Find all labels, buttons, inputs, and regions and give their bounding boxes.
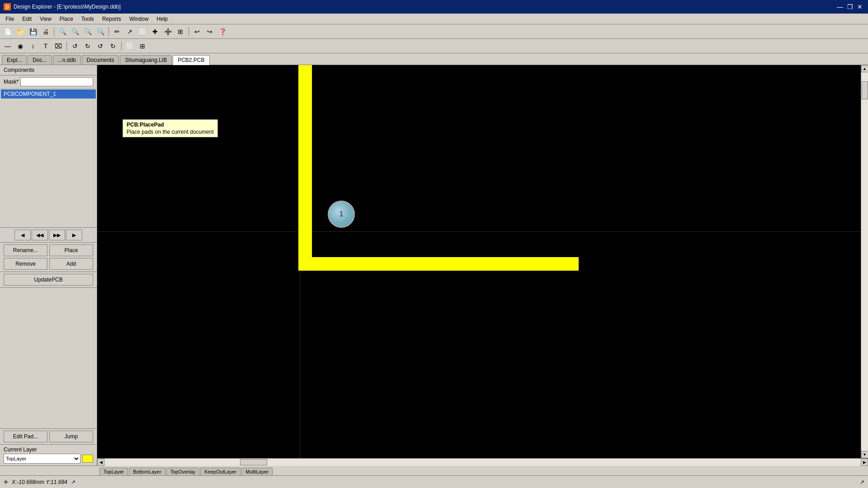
pcb-trace-horizontal: [298, 257, 579, 271]
update-pcb-button[interactable]: UpdatePCB: [4, 274, 93, 286]
layer-dropdown[interactable]: TopLayer BottomLayer TopOverlay KeepOutL…: [4, 454, 80, 464]
open-button[interactable]: 📁: [14, 26, 26, 38]
close-button[interactable]: ✕: [855, 2, 864, 11]
tb2-btn6[interactable]: ↺: [69, 40, 81, 52]
crosshair-horizontal: [97, 231, 861, 232]
cursor-icon: ✛: [4, 479, 8, 485]
remove-button[interactable]: Remove: [4, 258, 47, 270]
draw-button[interactable]: ✏: [111, 26, 123, 38]
scroll-track-horizontal[interactable]: [104, 459, 861, 466]
title-bar-left: D Design Explorer - [E:\protess\MyDesign…: [4, 3, 121, 10]
redo-button[interactable]: ↪: [204, 26, 216, 38]
tab-ddb[interactable]: ...n.ddb: [53, 55, 81, 65]
place-button[interactable]: Place: [49, 244, 93, 256]
layer-tab-toplayer[interactable]: TopLayer: [99, 468, 128, 475]
title-bar-controls: — ❐ ✕: [835, 2, 864, 11]
menu-reports[interactable]: Reports: [99, 15, 125, 23]
update-pcb-row: UpdatePCB: [0, 272, 97, 287]
save-button[interactable]: 💾: [27, 26, 39, 38]
mask-input-row: Mask*: [0, 75, 97, 89]
menu-tools[interactable]: Tools: [78, 15, 98, 23]
tab-bar: Expl... Doc... ...n.ddb Documents Shumag…: [0, 53, 868, 65]
new-button[interactable]: 📄: [2, 26, 14, 38]
prev-page-button[interactable]: ◀◀: [32, 230, 48, 240]
rename-button[interactable]: Rename...: [4, 244, 47, 256]
tb2-btn5[interactable]: ⌧: [52, 40, 64, 52]
first-page-button[interactable]: ◀: [14, 230, 31, 240]
rect-button[interactable]: ⬜: [137, 26, 148, 38]
minimize-button[interactable]: —: [835, 2, 844, 11]
layer-tab-bottomlayer[interactable]: BottomLayer: [129, 468, 165, 475]
separator2: [108, 27, 109, 36]
scroll-track-vertical[interactable]: [861, 72, 868, 451]
layer-tabs-bar: TopLayer BottomLayer TopOverlay KeepOutL…: [0, 465, 868, 475]
layer-tab-keepoutlayer[interactable]: KeepOutLayer: [200, 468, 241, 475]
scroll-thumb-horizontal[interactable]: [240, 459, 267, 465]
main-layout: Components Mask* PCBCOMPONENT_1 ◀ ◀◀ ▶▶ …: [0, 65, 868, 465]
canvas-main: 1 PCB:PlacePad Place pads on the current…: [97, 65, 868, 458]
tb2-btn1[interactable]: —: [2, 40, 14, 52]
add-button[interactable]: Add: [49, 258, 93, 270]
scroll-right-arrow[interactable]: ▶: [861, 459, 868, 466]
current-layer-control: TopLayer BottomLayer TopOverlay KeepOutL…: [4, 454, 93, 464]
menu-file[interactable]: File: [2, 15, 18, 23]
layer-color-box: [82, 455, 93, 463]
menu-view[interactable]: View: [36, 15, 55, 23]
menu-place[interactable]: Place: [56, 15, 77, 23]
tb2-btn7[interactable]: ↻: [82, 40, 94, 52]
scroll-up-arrow[interactable]: ▲: [861, 65, 868, 72]
bottom-scrollbar: ◀ ▶: [97, 458, 868, 465]
edit-pad-button[interactable]: Edit Pad...: [4, 431, 47, 442]
zoom-area-button[interactable]: 🔍: [82, 26, 94, 38]
scroll-left-arrow[interactable]: ◀: [97, 459, 104, 466]
tb2-btn8[interactable]: ↺: [94, 40, 106, 52]
separator: [54, 27, 54, 36]
last-page-button[interactable]: ▶: [66, 230, 82, 240]
tab-documents[interactable]: Documents: [82, 55, 119, 65]
print-button[interactable]: 🖨: [40, 26, 52, 38]
components-list: PCBCOMPONENT_1: [0, 89, 97, 227]
component-item[interactable]: PCBCOMPONENT_1: [1, 89, 96, 99]
zoom-out-button[interactable]: 🔍: [69, 26, 81, 38]
status-right-icon: ↗: [860, 479, 864, 485]
grid-button[interactable]: ⊞: [175, 26, 186, 38]
add-button[interactable]: ➕: [162, 26, 174, 38]
toolbar-row-2: — ◉ ↕ T ⌧ ↺ ↻ ↺ ↻ ⬜ ⊞: [0, 39, 868, 53]
panel-header: Components: [0, 65, 97, 75]
menu-edit[interactable]: Edit: [19, 15, 35, 23]
tab-pcb2[interactable]: PCB2.PCB: [173, 55, 209, 65]
menu-window[interactable]: Window: [126, 15, 152, 23]
scroll-down-arrow[interactable]: ▼: [861, 451, 868, 458]
current-layer-section: Current Layer TopLayer BottomLayer TopOv…: [0, 444, 97, 465]
scroll-thumb-vertical[interactable]: [862, 81, 868, 99]
tb2-btn2[interactable]: ◉: [14, 40, 26, 52]
next-page-button[interactable]: ▶▶: [49, 230, 65, 240]
zoom-fit-button[interactable]: 🔍: [94, 26, 106, 38]
tb2-btn4[interactable]: T: [40, 40, 52, 52]
tab-explorer[interactable]: Expl...: [2, 55, 27, 65]
tb2-btn3[interactable]: ↕: [27, 40, 39, 52]
zoom-in-button[interactable]: 🔍: [57, 26, 68, 38]
tab-shumaguang[interactable]: Shumaguang.LIB: [120, 55, 172, 65]
edit-jump-row: Edit Pad... Jump: [0, 428, 97, 444]
tb2-btn10[interactable]: ⬜: [124, 40, 136, 52]
layer-tab-multilayer[interactable]: MultiLayer: [241, 468, 273, 475]
tb2-btn9[interactable]: ↻: [107, 40, 119, 52]
tab-doc[interactable]: Doc...: [28, 55, 52, 65]
mask-input[interactable]: [20, 77, 93, 86]
help-button[interactable]: ❓: [217, 26, 228, 38]
left-panel: Components Mask* PCBCOMPONENT_1 ◀ ◀◀ ▶▶ …: [0, 65, 97, 465]
tb2-btn11[interactable]: ⊞: [137, 40, 148, 52]
toolbar-row-1: 📄 📁 💾 🖨 🔍 🔍 🔍 🔍 ✏ ↗ ⬜ ✚ ➕ ⊞ ↩ ↪ ❓: [0, 24, 868, 39]
separator3: [189, 27, 189, 36]
pcb-pad[interactable]: 1: [328, 201, 355, 228]
pcb-canvas: 1: [97, 65, 861, 458]
maximize-button[interactable]: ❐: [845, 2, 854, 11]
menu-help[interactable]: Help: [153, 15, 172, 23]
layer-tab-topoverlay[interactable]: TopOverlay: [166, 468, 200, 475]
jump-button[interactable]: Jump: [49, 431, 93, 442]
plus-button[interactable]: ✚: [149, 26, 161, 38]
arrow-button[interactable]: ↗: [124, 26, 136, 38]
pcb-canvas-area[interactable]: 1 PCB:PlacePad Place pads on the current…: [97, 65, 861, 458]
undo-button[interactable]: ↩: [191, 26, 203, 38]
